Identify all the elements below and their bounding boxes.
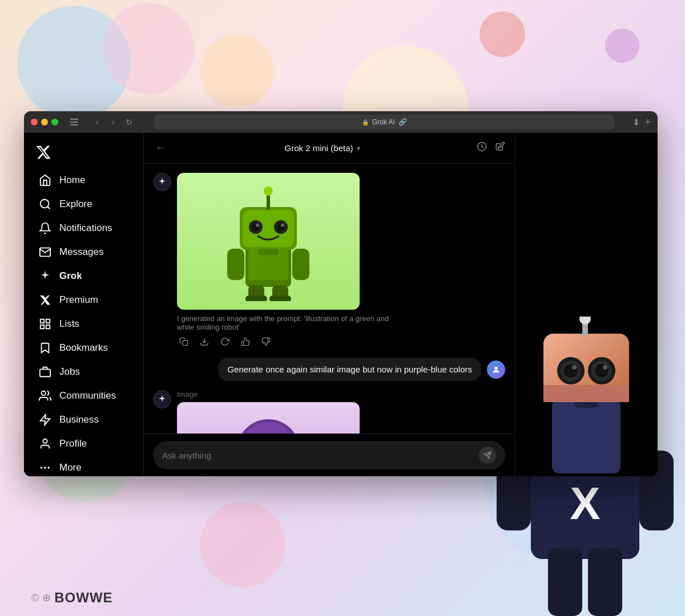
svg-rect-56 [183,341,188,346]
maximize-button[interactable] [51,119,58,125]
sidebar-item-premium-label: Premium [59,294,98,306]
sidebar-item-jobs[interactable]: Jobs [27,360,140,384]
svg-point-94 [579,317,591,325]
svg-point-32 [45,467,46,468]
reload-btn[interactable]: ↻ [122,115,136,129]
x-logo-icon [35,144,51,160]
close-button[interactable] [31,119,38,125]
svg-rect-5 [548,548,582,616]
messages-icon [39,246,51,258]
svg-rect-50 [227,249,244,280]
svg-rect-28 [40,369,50,376]
sidebar-item-grok[interactable]: Grok [27,264,140,288]
sidebar-item-jobs-label: Jobs [59,366,80,378]
home-icon [39,174,51,187]
sidebar-item-business[interactable]: Business [27,408,140,432]
x-logo-container[interactable] [24,139,143,168]
sidebar-item-grok-label: Grok [59,270,82,282]
sidebar-item-lists[interactable]: Lists [27,312,140,336]
chat-title-area[interactable]: Grok 2 mini (beta) ▾ [284,143,360,153]
chat-new-icon[interactable] [495,141,505,155]
svg-point-31 [43,439,47,443]
back-nav-btn[interactable]: ‹ [90,115,104,129]
svg-point-33 [49,467,50,468]
sidebar-item-business-label: Business [59,414,99,425]
thumbs-down-action[interactable] [259,335,273,348]
svg-marker-30 [41,415,50,425]
svg-rect-55 [269,295,291,301]
svg-rect-6 [588,548,622,616]
svg-rect-47 [258,249,279,256]
sidebar-item-explore-label: Explore [59,198,92,210]
svg-rect-26 [46,325,50,329]
nav-items: Home Explore Notifications [24,168,143,476]
purple-robot-svg [211,408,325,433]
svg-rect-54 [245,295,267,301]
grok-image-label: Image [153,390,505,433]
communities-icon [39,390,51,402]
svg-point-92 [603,365,607,370]
browser-right-actions: ⬇ + [632,116,651,128]
chat-history-icon[interactable] [477,141,487,155]
svg-rect-24 [41,319,44,323]
chat-input-area [144,433,514,476]
thumbs-up-action[interactable] [239,335,252,348]
refresh-action[interactable] [218,335,232,348]
address-text: Grok AI [372,118,395,126]
svg-point-34 [41,467,42,468]
more-icon [39,461,51,474]
lock-icon: 🔒 [362,119,369,125]
svg-point-45 [256,224,259,227]
browser-nav: ‹ › ↻ [90,115,136,129]
forward-nav-btn[interactable]: › [106,115,120,129]
svg-rect-25 [46,319,50,323]
lists-icon [39,318,51,330]
sidebar-item-home[interactable]: Home [27,168,140,192]
sidebar-item-communities[interactable]: Communities [27,384,140,408]
green-robot-image [177,173,360,310]
browser-sidebar-toggle[interactable] [70,117,79,127]
sidebar-item-bookmarks[interactable]: Bookmarks [27,336,140,360]
green-robot-svg [217,181,320,301]
chat-header-actions [477,141,505,155]
sidebar-item-explore[interactable]: Explore [27,192,140,216]
chat-messages: I generated an image with the prompt: 'i… [144,164,514,433]
sidebar-item-premium[interactable]: Premium [27,288,140,312]
chat-title-chevron: ▾ [357,144,360,152]
new-tab-icon[interactable]: + [644,116,651,128]
browser-titlebar: ‹ › ↻ 🔒 Grok AI 🔗 ⬇ + [24,111,658,133]
business-icon [39,414,51,426]
sidebar-item-messages[interactable]: Messages [27,240,140,264]
profile-icon [39,437,51,450]
sidebar-item-profile[interactable]: Profile [27,432,140,456]
download-action[interactable] [198,335,211,348]
explore-icon [39,198,51,210]
sidebar-item-notifications[interactable]: Notifications [27,216,140,240]
svg-point-91 [572,365,577,370]
chat-input-field[interactable] [162,451,473,460]
svg-point-29 [42,391,46,395]
chat-back-btn[interactable]: ← [153,140,168,156]
creative-commons-icon: ⊕ [42,591,51,604]
svg-rect-51 [292,249,309,280]
svg-rect-21 [70,124,78,125]
address-bar[interactable]: 🔒 Grok AI 🔗 [154,115,614,129]
bookmark-icon: 🔗 [398,118,407,126]
download-icon[interactable]: ⬇ [632,117,640,128]
minimize-button[interactable] [41,119,48,125]
svg-point-58 [494,366,497,369]
svg-point-49 [264,187,273,196]
sidebar-item-bookmarks-label: Bookmarks [59,342,108,354]
sidebar-item-more[interactable]: More [27,456,140,476]
bowwe-logo: BOWWE [54,590,112,606]
premium-icon [39,294,51,306]
copy-action[interactable] [177,335,191,348]
browser-content: Home Explore Notifications [24,133,658,476]
user-message-avatar [487,360,505,379]
sidebar-item-lists-label: Lists [59,318,79,330]
send-button[interactable] [479,447,496,464]
traffic-lights [31,119,58,125]
grok-avatar-2 [153,390,171,408]
sidebar-item-messages-label: Messages [59,246,103,258]
sidebar-item-profile-label: Profile [59,438,87,449]
